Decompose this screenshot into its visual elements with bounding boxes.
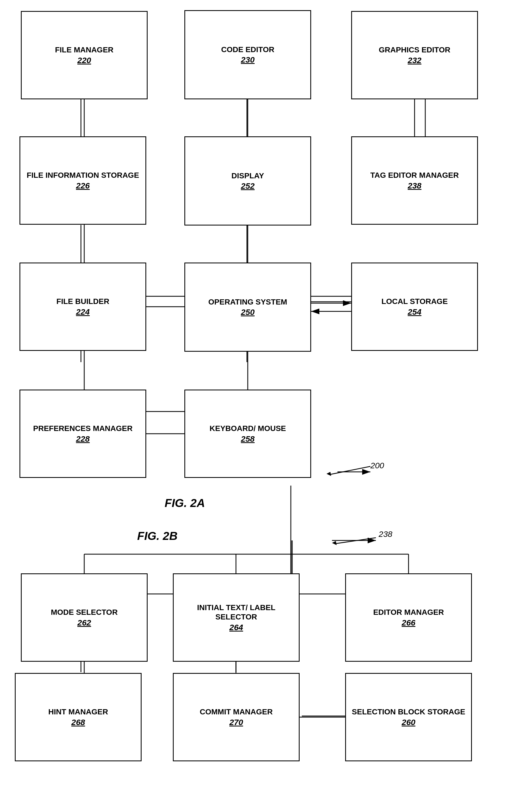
editor-manager-title: EDITOR MANAGER <box>373 608 444 617</box>
tag-editor-manager-title: TAG EDITOR MANAGER <box>370 171 459 180</box>
tag-editor-manager-box: TAG EDITOR MANAGER 238 <box>351 136 478 225</box>
file-manager-title: FILE MANAGER <box>55 45 113 55</box>
editor-manager-number: 266 <box>402 618 415 628</box>
hint-manager-number: 268 <box>71 718 85 727</box>
file-builder-number: 224 <box>76 307 90 316</box>
hint-manager-box: HINT MANAGER 268 <box>15 673 141 761</box>
code-editor-box: CODE EDITOR 230 <box>184 10 311 99</box>
code-editor-number: 230 <box>241 55 254 64</box>
code-editor-title: CODE EDITOR <box>221 45 274 54</box>
operating-system-box: OPERATING SYSTEM 250 <box>184 263 311 352</box>
editor-manager-box: EDITOR MANAGER 266 <box>345 573 472 662</box>
tag-editor-manager-number: 238 <box>408 181 421 190</box>
fig2b-label: FIG. 2B <box>137 530 177 543</box>
keyboard-mouse-number: 258 <box>241 434 254 444</box>
mode-selector-box: MODE SELECTOR 262 <box>21 573 148 662</box>
file-info-storage-box: FILE INFORMATION STORAGE 226 <box>19 136 146 225</box>
file-builder-box: FILE BUILDER 224 <box>19 263 146 351</box>
file-builder-title: FILE BUILDER <box>57 297 110 306</box>
local-storage-title: LOCAL STORAGE <box>381 297 448 306</box>
mode-selector-title: MODE SELECTOR <box>51 608 118 617</box>
file-manager-number: 220 <box>77 56 91 65</box>
commit-manager-number: 270 <box>229 718 243 727</box>
display-number: 252 <box>241 181 254 191</box>
initial-text-label-box: INITIAL TEXT/ LABEL SELECTOR 264 <box>173 573 300 662</box>
graphics-editor-box: GRAPHICS EDITOR 232 <box>351 11 478 99</box>
commit-manager-title: COMMIT MANAGER <box>200 707 273 716</box>
preferences-manager-title: PREFERENCES MANAGER <box>33 424 133 433</box>
graphics-editor-number: 232 <box>408 56 421 65</box>
svg-marker-40 <box>326 472 331 476</box>
initial-text-label-number: 264 <box>229 623 243 632</box>
commit-manager-box: COMMIT MANAGER 270 <box>173 673 300 761</box>
mode-selector-number: 262 <box>77 618 91 628</box>
selection-block-storage-box: SELECTION BLOCK STORAGE 260 <box>345 673 472 761</box>
keyboard-mouse-box: KEYBOARD/ MOUSE 258 <box>184 389 311 478</box>
fig2a-label: FIG. 2A <box>165 497 205 510</box>
selection-block-storage-number: 260 <box>402 718 415 727</box>
file-info-storage-number: 226 <box>76 181 90 190</box>
graphics-editor-title: GRAPHICS EDITOR <box>379 45 451 55</box>
file-manager-box: FILE MANAGER 220 <box>21 11 148 99</box>
initial-text-label-title: INITIAL TEXT/ LABEL SELECTOR <box>176 603 296 621</box>
preferences-manager-number: 228 <box>76 434 90 444</box>
operating-system-number: 250 <box>241 308 254 317</box>
selection-block-storage-title: SELECTION BLOCK STORAGE <box>352 707 465 716</box>
local-storage-number: 254 <box>408 307 421 316</box>
operating-system-title: OPERATING SYSTEM <box>208 297 287 307</box>
preferences-manager-box: PREFERENCES MANAGER 228 <box>19 389 146 478</box>
display-title: DISPLAY <box>232 171 264 180</box>
file-info-storage-title: FILE INFORMATION STORAGE <box>26 171 139 180</box>
local-storage-box: LOCAL STORAGE 254 <box>351 263 478 351</box>
display-box: DISPLAY 252 <box>184 136 311 226</box>
hint-manager-title: HINT MANAGER <box>48 707 108 716</box>
keyboard-mouse-title: KEYBOARD/ MOUSE <box>210 424 286 433</box>
